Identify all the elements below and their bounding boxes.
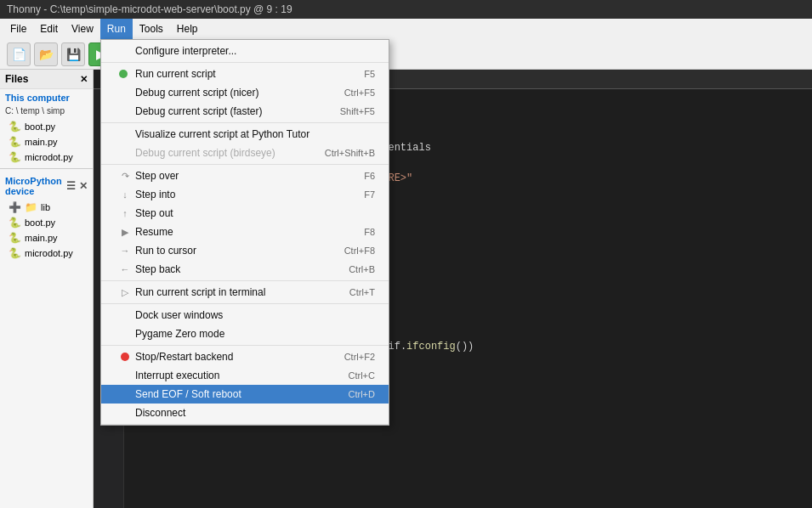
file-name: main.py: [25, 233, 58, 243]
resume-icon: ▶: [118, 227, 132, 238]
menu-shortcut: Ctrl+B: [349, 264, 375, 274]
menu-section-run: Run current script F5 Debug current scri…: [101, 63, 389, 123]
step-into-icon: ↓: [118, 189, 132, 200]
title-bar: Thonny - C:\temp\simple-microdot-web-ser…: [0, 0, 812, 19]
terminal-icon: ▷: [118, 287, 132, 298]
folder-icon: ➕: [9, 201, 21, 213]
menu-label: Run to cursor: [135, 245, 338, 257]
menu-label: Debug current script (birdseye): [135, 147, 318, 159]
menu-shortcut: Ctrl+F5: [344, 87, 375, 98]
menu-debug-nicer[interactable]: Debug current script (nicer) Ctrl+F5: [101, 83, 389, 102]
menu-stop-restart[interactable]: Stop/Restart backend Ctrl+F2: [101, 347, 389, 366]
menu-shortcut: Ctrl+C: [349, 370, 375, 381]
menu-label: Resume: [135, 226, 357, 238]
menu-shortcut: Ctrl+T: [349, 287, 375, 297]
title-text: Thonny - C:\temp\simple-microdot-web-ser…: [7, 3, 292, 15]
step-out-icon: ↑: [118, 208, 132, 218]
menu-shortcut: Ctrl+F8: [344, 246, 375, 256]
files-label: Files: [5, 73, 28, 85]
step-back-icon: ←: [118, 264, 132, 274]
menu-debug-birdseye: Debug current script (birdseye) Ctrl+Shi…: [101, 144, 389, 162]
menu-step-out[interactable]: ↑ Step out: [101, 204, 389, 223]
save-file-button[interactable]: 💾: [61, 42, 85, 66]
menu-shortcut: F5: [364, 69, 375, 79]
file-boot-py[interactable]: 🐍 boot.py: [0, 119, 93, 134]
sidebar: Files ✕ This computer C: \ temp \ simp 🐍…: [0, 70, 94, 508]
folder-name: lib: [41, 202, 50, 212]
menu-shortcut: Ctrl+D: [349, 389, 375, 399]
folder-icon2: 📁: [25, 201, 37, 213]
menu-edit[interactable]: Edit: [33, 19, 65, 39]
device-label: MicroPython device: [5, 176, 63, 196]
py-icon: 🐍: [9, 136, 21, 148]
this-computer-label: This computer: [0, 89, 93, 106]
menu-run-to-cursor[interactable]: → Run to cursor Ctrl+F8: [101, 241, 389, 260]
device-lib-folder[interactable]: ➕ 📁 lib: [0, 200, 93, 215]
menu-step-into[interactable]: ↓ Step into F7: [101, 185, 389, 204]
menu-run-current-script[interactable]: Run current script F5: [101, 65, 389, 83]
menu-visualize[interactable]: Visualize current script at Python Tutor: [101, 125, 389, 144]
step-over-icon: ↷: [118, 171, 132, 182]
menu-section-visualize: Visualize current script at Python Tutor…: [101, 123, 389, 165]
menu-label: Debug current script (faster): [135, 105, 333, 117]
run-cursor-icon: →: [118, 246, 132, 256]
run-dropdown-menu: Configure interpreter... Run current scr…: [100, 39, 389, 426]
menu-dock-windows[interactable]: Dock user windows: [101, 306, 389, 325]
device-menu-button[interactable]: ☰: [66, 180, 76, 192]
menu-tools[interactable]: Tools: [133, 19, 170, 39]
py-icon: 🐍: [9, 232, 21, 244]
menu-help[interactable]: Help: [170, 19, 205, 39]
menu-label: Send EOF / Soft reboot: [135, 388, 342, 400]
menu-section-configure: Configure interpreter...: [101, 40, 389, 63]
file-microdot-py[interactable]: 🐍 microdot.py: [0, 150, 93, 165]
device-boot-py[interactable]: 🐍 boot.py: [0, 215, 93, 230]
menu-disconnect[interactable]: Disconnect: [101, 404, 389, 422]
menu-interrupt[interactable]: Interrupt execution Ctrl+C: [101, 366, 389, 385]
menu-label: Disconnect: [135, 407, 375, 419]
py-icon: 🐍: [9, 121, 21, 133]
file-name: main.py: [25, 137, 58, 147]
file-main-py[interactable]: 🐍 main.py: [0, 134, 93, 150]
device-close-button[interactable]: ✕: [79, 180, 88, 192]
open-file-button[interactable]: 📂: [34, 42, 58, 66]
menu-pygame-zero[interactable]: Pygame Zero mode: [101, 325, 389, 343]
menu-send-eof[interactable]: Send EOF / Soft reboot Ctrl+D: [101, 385, 389, 404]
file-name: microdot.py: [25, 248, 73, 258]
sidebar-header: Files ✕: [0, 70, 93, 89]
new-file-button[interactable]: 📄: [7, 42, 31, 66]
menu-label: Step back: [135, 263, 342, 275]
menu-step-back[interactable]: ← Step back Ctrl+B: [101, 260, 389, 279]
menu-configure-interpreter[interactable]: Configure interpreter...: [101, 42, 389, 60]
menu-section-step: ↷ Step over F6 ↓ Step into F7 ↑ Step out…: [101, 165, 389, 281]
menu-run-in-terminal[interactable]: ▷ Run current script in terminal Ctrl+T: [101, 283, 389, 302]
menu-step-over[interactable]: ↷ Step over F6: [101, 167, 389, 185]
menu-section-stop: Stop/Restart backend Ctrl+F2 Interrupt e…: [101, 346, 389, 425]
py-icon: 🐍: [9, 247, 21, 259]
menu-label: Stop/Restart backend: [135, 351, 338, 363]
sidebar-close-button[interactable]: ✕: [80, 74, 88, 85]
menu-debug-faster[interactable]: Debug current script (faster) Shift+F5: [101, 102, 389, 121]
menu-shortcut: F7: [364, 189, 375, 200]
device-main-py[interactable]: 🐍 main.py: [0, 230, 93, 246]
run-circle-icon: [118, 70, 132, 78]
stop-circle-icon: [118, 353, 132, 361]
menu-run[interactable]: Run: [100, 19, 133, 39]
menu-resume[interactable]: ▶ Resume F8: [101, 223, 389, 241]
file-name: microdot.py: [25, 152, 73, 162]
menu-label: Pygame Zero mode: [135, 328, 375, 340]
menu-shortcut: Ctrl+Shift+B: [325, 148, 375, 158]
menu-label: Step into: [135, 189, 357, 200]
menu-label: Configure interpreter...: [135, 45, 368, 57]
sidebar-path: C: \ temp \ simp: [0, 106, 93, 119]
menu-shortcut: F6: [364, 171, 375, 181]
file-name: boot.py: [25, 121, 55, 132]
menu-label: Step over: [135, 170, 357, 182]
menu-file[interactable]: File: [3, 19, 33, 39]
menu-label: Step out: [135, 207, 368, 219]
menu-label: Run current script in terminal: [135, 286, 343, 298]
menu-label: Visualize current script at Python Tutor: [135, 128, 368, 140]
menu-view[interactable]: View: [65, 19, 100, 39]
menu-label: Debug current script (nicer): [135, 87, 338, 99]
device-microdot-py[interactable]: 🐍 microdot.py: [0, 246, 93, 261]
menu-label: Dock user windows: [135, 309, 375, 321]
